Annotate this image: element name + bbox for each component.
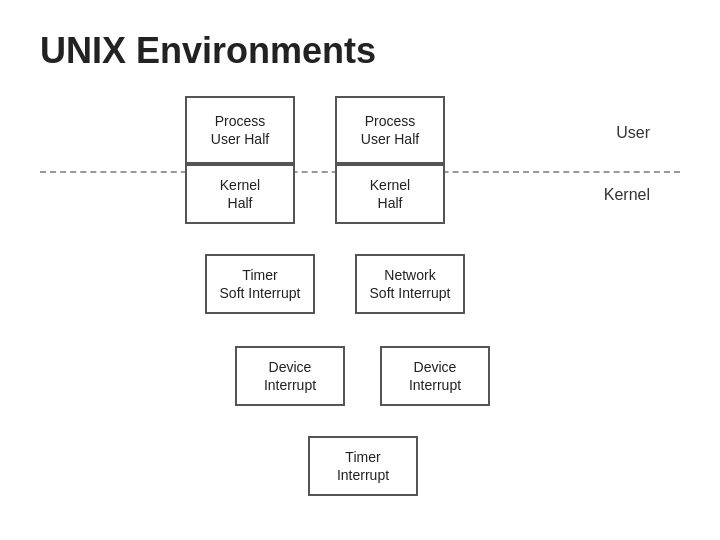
page: UNIX Environments User Kernel ProcessUse… [0, 0, 720, 540]
device-int-2-label: DeviceInterrupt [409, 358, 461, 394]
timer-soft-label: TimerSoft Interrupt [220, 266, 301, 302]
kernel-half-2-label: KernelHalf [370, 176, 410, 212]
kernel-half-box-1: KernelHalf [185, 164, 295, 224]
kernel-zone-label: Kernel [604, 186, 650, 204]
diagram-area: User Kernel ProcessUser Half KernelHalf … [40, 96, 680, 516]
process-user-box-2: ProcessUser Half [335, 96, 445, 164]
device-interrupt-box-2: DeviceInterrupt [380, 346, 490, 406]
timer-soft-interrupt-box: TimerSoft Interrupt [205, 254, 315, 314]
kernel-half-box-2: KernelHalf [335, 164, 445, 224]
device-int-1-label: DeviceInterrupt [264, 358, 316, 394]
timer-interrupt-box: TimerInterrupt [308, 436, 418, 496]
process-user-box-1: ProcessUser Half [185, 96, 295, 164]
process-user-1-label: ProcessUser Half [211, 112, 269, 148]
process-user-2-label: ProcessUser Half [361, 112, 419, 148]
device-interrupt-box-1: DeviceInterrupt [235, 346, 345, 406]
page-title: UNIX Environments [40, 30, 680, 72]
timer-int-label: TimerInterrupt [337, 448, 389, 484]
user-zone-label: User [616, 124, 650, 142]
kernel-half-1-label: KernelHalf [220, 176, 260, 212]
network-soft-interrupt-box: NetworkSoft Interrupt [355, 254, 465, 314]
network-soft-label: NetworkSoft Interrupt [370, 266, 451, 302]
